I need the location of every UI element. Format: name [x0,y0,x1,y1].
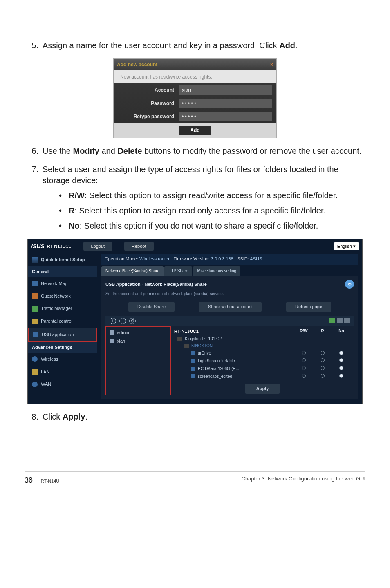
text: USB Application - Network Place(Samba) S… [105,281,207,287]
retype-row: Retype password: • • • • • [114,110,276,123]
text: . [295,41,298,50]
account-row: Account: xian [114,83,276,97]
bold: R [69,206,74,215]
text: admin [117,330,129,336]
text: USB application [42,332,74,338]
footer-model: RT-N14U [41,478,60,483]
opmode-link[interactable]: Wireless router [139,256,170,261]
language-select[interactable]: English ▾ [334,242,359,250]
text: LAN [41,369,49,375]
refresh-icon[interactable]: ↻ [345,280,354,289]
bold: R/W [69,191,85,200]
text: screencaps_edited [198,374,294,379]
step-5: 5. Assign a name for the user account an… [25,40,365,51]
wand-icon [32,257,38,263]
sidebar: Quick Internet Setup General Network Map… [28,254,97,404]
sidebar-item-usb-application[interactable]: USB application [28,328,97,342]
close-icon[interactable]: × [270,61,273,68]
sidebar-item-traffic-manager[interactable]: Traffic Manager [28,302,97,315]
text: English [337,244,352,249]
rw-radio[interactable] [302,358,306,362]
drive-row[interactable]: Kingston DT 101 G2 [174,335,351,343]
fw-link[interactable]: 3.0.0.3.138 [211,256,233,261]
r-radio[interactable] [321,374,325,378]
retype-input[interactable]: • • • • • [179,112,272,121]
r-radio[interactable] [321,351,325,355]
folder-row[interactable]: PC-DKara-120608(R... [174,365,351,373]
sidebar-item-network-map[interactable]: Network Map [28,277,97,290]
no-radio[interactable] [339,366,343,370]
r-radio[interactable] [321,366,325,370]
user-xian[interactable]: xian [108,337,168,346]
folder-icon [191,374,195,378]
usb-icon [33,332,38,337]
folder-row[interactable]: urDrive [174,350,351,357]
add-button[interactable]: Add [179,126,211,135]
text: . [85,412,87,421]
sidebar-item-lan[interactable]: LAN [28,366,97,378]
reboot-button[interactable]: Reboot [124,242,153,251]
sidebar-item-wireless[interactable]: Wireless [28,353,97,366]
volume-row[interactable]: KINGSTON [174,342,351,350]
r-header: R [313,328,332,334]
no-header: No [332,328,351,334]
text: urDrive [198,350,294,356]
password-label: Password: [118,100,179,107]
tab-misc[interactable]: Miscellaneous setting [193,266,240,276]
remove-user-icon[interactable]: − [119,318,126,324]
folder-edit-icon[interactable] [344,318,350,323]
device-header: RT-N13UC1 [174,328,294,335]
block-user-icon[interactable]: ⊘ [129,318,136,324]
folder-row[interactable]: screencaps_edited [174,373,351,380]
sidebar-item-parental-control[interactable]: Parental control [28,315,97,328]
bold: Add [279,41,295,50]
text: Select a user and assign the type of acc… [43,165,338,185]
text: PC-DKara-120608(R... [198,366,294,372]
sidebar-item-wan[interactable]: WAN [28,378,97,391]
password-input[interactable]: • • • • • [179,99,272,108]
refresh-page-button[interactable]: Refresh page [286,302,331,312]
no-radio[interactable] [339,351,343,355]
tab-samba[interactable]: Network Place(Samba) Share [101,266,164,276]
share-without-account-button[interactable]: Share without account [199,302,262,312]
globe-icon [32,382,38,387]
chapter-label: Chapter 3: Network Configuration using t… [242,475,366,485]
sidebar-quick-setup[interactable]: Quick Internet Setup [28,254,97,266]
rw-header: R/W [294,328,313,334]
folder-icon [191,359,195,363]
folder-add-icon[interactable] [329,318,335,323]
model-label: RT-N13UC1 [47,243,72,249]
no-radio[interactable] [339,358,343,362]
r-radio[interactable] [321,358,325,362]
panel: USB Application - Network Place(Samba) S… [101,276,358,399]
rw-radio[interactable] [302,351,306,355]
page-number: 38 [25,476,33,484]
bold: No [69,221,80,230]
ssid-link[interactable]: ASUS [250,256,262,261]
list-item: R/W: Select this option to assign read/w… [59,190,365,201]
text: buttons to modify the password or remove… [142,146,361,155]
rw-radio[interactable] [302,366,306,370]
folder-icon[interactable] [337,318,343,323]
disable-share-button[interactable]: Disable Share [128,302,175,312]
apply-button[interactable]: Apply [245,384,280,394]
info-bar: Operation Mode: Wireless router Firmware… [101,254,358,265]
rw-radio[interactable] [302,374,306,378]
router-topbar: /SUS RT-N13UC1 Logout Reboot English ▾ [28,239,362,254]
step-text: Click Apply. [43,411,365,422]
bold: Apply [63,412,85,421]
sidebar-advanced-header: Advanced Settings [28,342,97,353]
user-admin[interactable]: admin [108,328,168,337]
sidebar-item-guest-network[interactable]: Guest Network [28,290,97,303]
logout-button[interactable]: Logout [83,242,112,251]
rights-header: R/W R No [294,328,351,335]
no-radio[interactable] [339,374,343,378]
folder-row[interactable]: LightScreenPortable [174,357,351,365]
step-number: 5. [25,40,43,51]
text: : Select this option if you do not want … [80,221,318,230]
add-user-icon[interactable]: + [110,318,116,324]
tab-ftp[interactable]: FTP Share [164,266,192,276]
step-text: Use the Modify and Delete buttons to mod… [43,146,365,157]
account-input[interactable]: xian [179,85,272,95]
folder-icon [191,351,195,355]
